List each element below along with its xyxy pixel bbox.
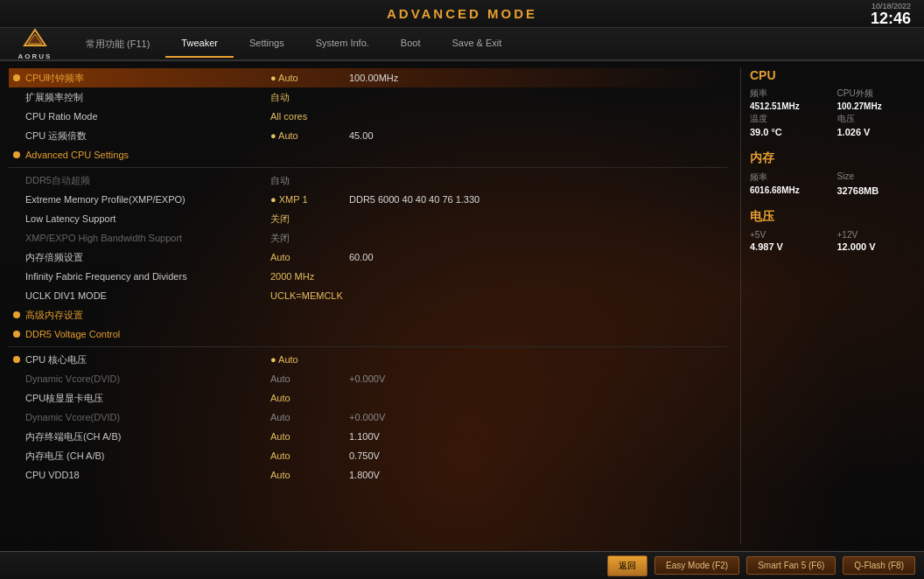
label-advanced-cpu: Advanced CPU Settings xyxy=(25,150,270,160)
label-mem-speed: 频率 xyxy=(750,171,829,184)
label-dynamic-vcore2: Dynamic Vcore(DVID) xyxy=(25,412,270,422)
row-low-latency[interactable]: Low Latency Support 关闭 xyxy=(9,209,727,228)
info-cpu: CPU 频率 CPU外频 4512.51MHz 100.27MHz 温度 电压 … xyxy=(750,68,915,137)
row-mem-volt[interactable]: 内存电压 (CH A/B) Auto 0.750V xyxy=(9,446,727,465)
value-low-latency: 关闭 xyxy=(270,213,340,226)
value-freq-ctrl: 自动 xyxy=(270,91,340,104)
label-cpu-vcore: CPU 核心电压 xyxy=(25,353,270,366)
value-mem-speed: 6016.68MHz xyxy=(750,185,829,196)
value-dynamic-vcore1: Auto xyxy=(270,373,340,384)
logo: AORUS xyxy=(9,28,61,60)
row-cpu-ratio-mode[interactable]: CPU Ratio Mode All cores xyxy=(9,107,727,126)
value-dynamic-vcore2: Auto xyxy=(270,412,340,422)
clock: 10/18/2022 12:46 xyxy=(871,2,911,27)
bottom-bar: 返回 Easy Mode (F2) Smart Fan 5 (F6) Q-Fla… xyxy=(0,551,924,579)
row-xmp-bandwidth[interactable]: XMP/EXPO High Bandwidth Support 关闭 xyxy=(9,228,727,248)
tab-common[interactable]: 常用功能 (F11) xyxy=(70,32,165,56)
row-infinity-fabric[interactable]: Infinity Fabric Frequency and Dividers 2… xyxy=(9,267,727,286)
info-memory-title: 内存 xyxy=(750,150,915,166)
value-cpu-igpu-volt: Auto xyxy=(270,393,340,403)
label-ddr5-voltage: DDR5 Voltage Control xyxy=(25,329,270,339)
label-v12: +12V xyxy=(837,230,916,240)
label-cpu-clock: CPU时钟频率 xyxy=(25,72,270,85)
label-cpu-vdd18: CPU VDD18 xyxy=(25,470,270,480)
label-mem-volt: 内存电压 (CH A/B) xyxy=(25,450,270,463)
active-dot-3 xyxy=(13,311,20,318)
label-advanced-mem: 高级内存设置 xyxy=(25,309,270,322)
info-cpu-title: CPU xyxy=(750,68,915,82)
value-mem-volt: Auto xyxy=(270,450,340,461)
value2-dynamic-vcore2: +0.000V xyxy=(349,412,385,422)
value-cpu-freq: 4512.51MHz xyxy=(750,101,829,111)
row-cpu-vcore[interactable]: CPU 核心电压 ● Auto xyxy=(9,350,727,369)
value-cpu-ratio-mode: All cores xyxy=(270,111,340,122)
row-cpu-vdd18[interactable]: CPU VDD18 Auto 1.800V xyxy=(9,465,727,485)
active-dot xyxy=(13,74,20,81)
label-xmp: Extreme Memory Profile(XMP/EXPO) xyxy=(25,194,270,205)
row-ddr5-voltage[interactable]: DDR5 Voltage Control xyxy=(9,324,727,344)
row-xmp[interactable]: Extreme Memory Profile(XMP/EXPO) ● XMP 1… xyxy=(9,190,727,209)
value2-cpu-clock: 100.00MHz xyxy=(349,73,398,83)
btn-smart-fan[interactable]: Smart Fan 5 (F6) xyxy=(746,556,836,575)
value-ddr5-auto: 自动 xyxy=(270,174,340,187)
value-cpu-vdd18: Auto xyxy=(270,470,340,480)
label-cpu-freq: 频率 xyxy=(750,87,829,100)
page-title: ADVANCED MODE xyxy=(387,6,537,21)
value-v5: 4.987 V xyxy=(750,241,829,252)
value-cpu-temp: 39.0 °C xyxy=(750,127,829,137)
value2-cpu-vdd18: 1.800V xyxy=(349,470,380,480)
label-cpu-bclk: CPU外频 xyxy=(837,87,916,100)
label-cpu-temp: 温度 xyxy=(750,113,829,125)
aorus-logo-icon xyxy=(23,28,47,52)
separator-2 xyxy=(9,346,727,347)
label-low-latency: Low Latency Support xyxy=(25,213,270,224)
row-cpu-clock[interactable]: CPU时钟频率 ● Auto 100.00MHz xyxy=(9,68,727,87)
value2-mem-term-volt: 1.100V xyxy=(349,431,380,442)
logo-text: AORUS xyxy=(18,52,52,60)
value-infinity: 2000 MHz xyxy=(270,271,340,282)
info-voltage-title: 电压 xyxy=(750,209,915,225)
row-mem-ratio[interactable]: 内存倍频设置 Auto 60.00 xyxy=(9,248,727,267)
value-cpu-mult: ● Auto xyxy=(270,130,340,141)
row-cpu-multiplier[interactable]: CPU 运频倍数 ● Auto 45.00 xyxy=(9,126,727,145)
value-cpu-bclk: 100.27MHz xyxy=(837,101,916,111)
row-advanced-mem[interactable]: 高级内存设置 xyxy=(9,305,727,324)
settings-panel: CPU时钟频率 ● Auto 100.00MHz 扩展频率控制 自动 CPU R… xyxy=(9,68,740,544)
row-freq-ctrl[interactable]: 扩展频率控制 自动 xyxy=(9,87,727,107)
active-dot-4 xyxy=(13,331,20,338)
btn-back[interactable]: 返回 xyxy=(607,555,648,576)
tab-save-exit[interactable]: Save & Exit xyxy=(436,32,517,56)
row-advanced-cpu[interactable]: Advanced CPU Settings xyxy=(9,145,727,164)
tab-boot[interactable]: Boot xyxy=(385,32,437,56)
label-ddr5-auto: DDR5自动超频 xyxy=(25,174,270,187)
btn-easy-mode[interactable]: Easy Mode (F2) xyxy=(654,556,739,575)
time-display: 12:46 xyxy=(871,10,911,27)
label-mem-size: Size xyxy=(837,171,916,184)
row-mem-term-volt[interactable]: 内存终端电压(CH A/B) Auto 1.100V xyxy=(9,427,727,446)
label-dynamic-vcore1: Dynamic Vcore(DVID) xyxy=(25,373,270,384)
main-content: CPU时钟频率 ● Auto 100.00MHz 扩展频率控制 自动 CPU R… xyxy=(0,61,924,551)
value-v12: 12.000 V xyxy=(837,241,916,252)
row-dynamic-vcore1[interactable]: Dynamic Vcore(DVID) Auto +0.000V xyxy=(9,369,727,388)
value2-xmp: DDR5 6000 40 40 40 76 1.330 xyxy=(349,194,480,205)
value2-mem-ratio: 60.00 xyxy=(349,252,374,262)
row-dynamic-vcore2[interactable]: Dynamic Vcore(DVID) Auto +0.000V xyxy=(9,408,727,427)
active-dot-2 xyxy=(13,151,20,158)
tab-tweaker[interactable]: Tweaker xyxy=(165,32,234,56)
value-xmp-bandwidth: 关闭 xyxy=(270,232,340,245)
value-cpu-vcore: ● Auto xyxy=(270,354,340,365)
row-cpu-igpu-volt[interactable]: CPU核显显卡电压 Auto xyxy=(9,388,727,408)
row-ddr5-auto[interactable]: DDR5自动超频 自动 xyxy=(9,171,727,190)
value-cpu-volt: 1.026 V xyxy=(837,127,916,137)
btn-qflash[interactable]: Q-Flash (F8) xyxy=(843,556,915,575)
label-cpu-igpu-volt: CPU核显显卡电压 xyxy=(25,392,270,405)
label-mem-term-volt: 内存终端电压(CH A/B) xyxy=(25,430,270,443)
info-memory: 内存 频率 Size 6016.68MHz 32768MB xyxy=(750,150,915,196)
info-memory-grid: 频率 Size 6016.68MHz 32768MB xyxy=(750,171,915,196)
value-xmp: ● XMP 1 xyxy=(270,194,340,205)
row-uclk[interactable]: UCLK DIV1 MODE UCLK=MEMCLK xyxy=(9,286,727,305)
tab-sysinfo[interactable]: System Info. xyxy=(300,32,385,56)
label-v5: +5V xyxy=(750,230,829,240)
tab-settings[interactable]: Settings xyxy=(234,32,300,56)
navbar: AORUS 常用功能 (F11) Tweaker Settings System… xyxy=(0,28,924,61)
